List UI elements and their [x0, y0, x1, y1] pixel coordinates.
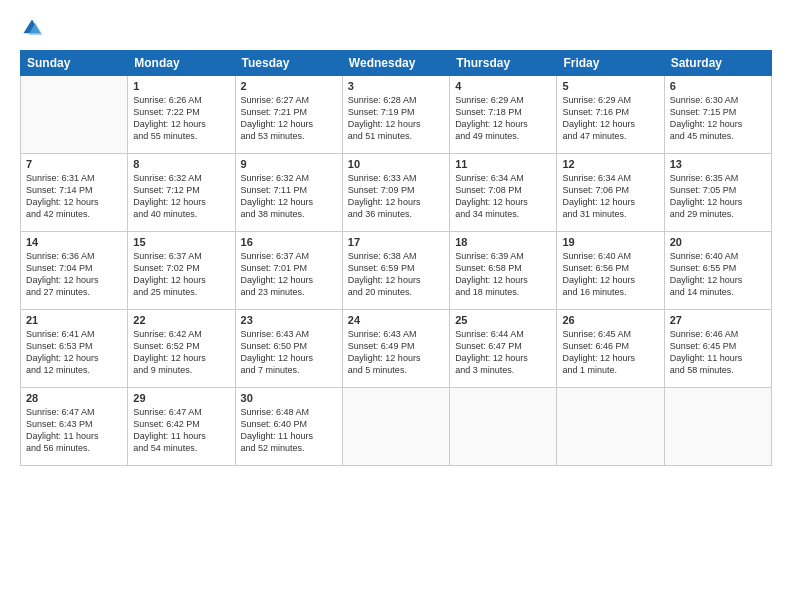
day-number: 6 — [670, 80, 766, 92]
calendar-cell: 1Sunrise: 6:26 AM Sunset: 7:22 PM Daylig… — [128, 76, 235, 154]
day-number: 19 — [562, 236, 658, 248]
calendar-cell: 7Sunrise: 6:31 AM Sunset: 7:14 PM Daylig… — [21, 154, 128, 232]
calendar-cell: 12Sunrise: 6:34 AM Sunset: 7:06 PM Dayli… — [557, 154, 664, 232]
calendar-cell: 2Sunrise: 6:27 AM Sunset: 7:21 PM Daylig… — [235, 76, 342, 154]
day-info: Sunrise: 6:41 AM Sunset: 6:53 PM Dayligh… — [26, 328, 122, 377]
calendar-cell: 13Sunrise: 6:35 AM Sunset: 7:05 PM Dayli… — [664, 154, 771, 232]
calendar-week-row: 28Sunrise: 6:47 AM Sunset: 6:43 PM Dayli… — [21, 388, 772, 466]
calendar-cell — [664, 388, 771, 466]
day-number: 3 — [348, 80, 444, 92]
calendar-cell — [557, 388, 664, 466]
calendar-cell: 19Sunrise: 6:40 AM Sunset: 6:56 PM Dayli… — [557, 232, 664, 310]
day-info: Sunrise: 6:32 AM Sunset: 7:11 PM Dayligh… — [241, 172, 337, 221]
day-number: 28 — [26, 392, 122, 404]
logo — [20, 16, 48, 40]
day-info: Sunrise: 6:36 AM Sunset: 7:04 PM Dayligh… — [26, 250, 122, 299]
day-of-week-header: Sunday — [21, 51, 128, 76]
day-info: Sunrise: 6:37 AM Sunset: 7:02 PM Dayligh… — [133, 250, 229, 299]
calendar-header: SundayMondayTuesdayWednesdayThursdayFrid… — [21, 51, 772, 76]
day-number: 29 — [133, 392, 229, 404]
day-info: Sunrise: 6:40 AM Sunset: 6:56 PM Dayligh… — [562, 250, 658, 299]
day-number: 10 — [348, 158, 444, 170]
calendar-cell: 8Sunrise: 6:32 AM Sunset: 7:12 PM Daylig… — [128, 154, 235, 232]
calendar-cell: 5Sunrise: 6:29 AM Sunset: 7:16 PM Daylig… — [557, 76, 664, 154]
day-info: Sunrise: 6:40 AM Sunset: 6:55 PM Dayligh… — [670, 250, 766, 299]
day-of-week-header: Thursday — [450, 51, 557, 76]
calendar-week-row: 7Sunrise: 6:31 AM Sunset: 7:14 PM Daylig… — [21, 154, 772, 232]
day-info: Sunrise: 6:28 AM Sunset: 7:19 PM Dayligh… — [348, 94, 444, 143]
day-number: 27 — [670, 314, 766, 326]
day-number: 4 — [455, 80, 551, 92]
calendar-cell: 27Sunrise: 6:46 AM Sunset: 6:45 PM Dayli… — [664, 310, 771, 388]
day-info: Sunrise: 6:42 AM Sunset: 6:52 PM Dayligh… — [133, 328, 229, 377]
days-of-week-row: SundayMondayTuesdayWednesdayThursdayFrid… — [21, 51, 772, 76]
day-number: 26 — [562, 314, 658, 326]
page: SundayMondayTuesdayWednesdayThursdayFrid… — [0, 0, 792, 612]
day-info: Sunrise: 6:46 AM Sunset: 6:45 PM Dayligh… — [670, 328, 766, 377]
calendar-cell: 3Sunrise: 6:28 AM Sunset: 7:19 PM Daylig… — [342, 76, 449, 154]
day-number: 1 — [133, 80, 229, 92]
day-info: Sunrise: 6:29 AM Sunset: 7:18 PM Dayligh… — [455, 94, 551, 143]
day-number: 5 — [562, 80, 658, 92]
calendar-cell: 23Sunrise: 6:43 AM Sunset: 6:50 PM Dayli… — [235, 310, 342, 388]
calendar-cell: 15Sunrise: 6:37 AM Sunset: 7:02 PM Dayli… — [128, 232, 235, 310]
calendar-cell: 11Sunrise: 6:34 AM Sunset: 7:08 PM Dayli… — [450, 154, 557, 232]
day-number: 17 — [348, 236, 444, 248]
day-info: Sunrise: 6:44 AM Sunset: 6:47 PM Dayligh… — [455, 328, 551, 377]
day-number: 8 — [133, 158, 229, 170]
day-info: Sunrise: 6:37 AM Sunset: 7:01 PM Dayligh… — [241, 250, 337, 299]
day-number: 18 — [455, 236, 551, 248]
calendar-cell: 24Sunrise: 6:43 AM Sunset: 6:49 PM Dayli… — [342, 310, 449, 388]
calendar-cell: 20Sunrise: 6:40 AM Sunset: 6:55 PM Dayli… — [664, 232, 771, 310]
logo-icon — [20, 16, 44, 40]
calendar-cell — [342, 388, 449, 466]
day-number: 16 — [241, 236, 337, 248]
calendar-week-row: 1Sunrise: 6:26 AM Sunset: 7:22 PM Daylig… — [21, 76, 772, 154]
day-info: Sunrise: 6:30 AM Sunset: 7:15 PM Dayligh… — [670, 94, 766, 143]
day-info: Sunrise: 6:43 AM Sunset: 6:50 PM Dayligh… — [241, 328, 337, 377]
day-number: 13 — [670, 158, 766, 170]
calendar-week-row: 21Sunrise: 6:41 AM Sunset: 6:53 PM Dayli… — [21, 310, 772, 388]
header — [20, 16, 772, 40]
day-info: Sunrise: 6:29 AM Sunset: 7:16 PM Dayligh… — [562, 94, 658, 143]
day-number: 9 — [241, 158, 337, 170]
day-info: Sunrise: 6:32 AM Sunset: 7:12 PM Dayligh… — [133, 172, 229, 221]
calendar-cell: 9Sunrise: 6:32 AM Sunset: 7:11 PM Daylig… — [235, 154, 342, 232]
day-info: Sunrise: 6:47 AM Sunset: 6:42 PM Dayligh… — [133, 406, 229, 455]
day-info: Sunrise: 6:26 AM Sunset: 7:22 PM Dayligh… — [133, 94, 229, 143]
day-info: Sunrise: 6:45 AM Sunset: 6:46 PM Dayligh… — [562, 328, 658, 377]
calendar-cell: 4Sunrise: 6:29 AM Sunset: 7:18 PM Daylig… — [450, 76, 557, 154]
day-info: Sunrise: 6:38 AM Sunset: 6:59 PM Dayligh… — [348, 250, 444, 299]
day-info: Sunrise: 6:39 AM Sunset: 6:58 PM Dayligh… — [455, 250, 551, 299]
calendar-table: SundayMondayTuesdayWednesdayThursdayFrid… — [20, 50, 772, 466]
calendar-cell: 16Sunrise: 6:37 AM Sunset: 7:01 PM Dayli… — [235, 232, 342, 310]
day-number: 30 — [241, 392, 337, 404]
calendar-cell — [450, 388, 557, 466]
calendar-cell: 10Sunrise: 6:33 AM Sunset: 7:09 PM Dayli… — [342, 154, 449, 232]
calendar-week-row: 14Sunrise: 6:36 AM Sunset: 7:04 PM Dayli… — [21, 232, 772, 310]
day-of-week-header: Saturday — [664, 51, 771, 76]
day-number: 23 — [241, 314, 337, 326]
day-info: Sunrise: 6:27 AM Sunset: 7:21 PM Dayligh… — [241, 94, 337, 143]
day-info: Sunrise: 6:33 AM Sunset: 7:09 PM Dayligh… — [348, 172, 444, 221]
calendar-cell: 17Sunrise: 6:38 AM Sunset: 6:59 PM Dayli… — [342, 232, 449, 310]
day-info: Sunrise: 6:35 AM Sunset: 7:05 PM Dayligh… — [670, 172, 766, 221]
day-number: 2 — [241, 80, 337, 92]
calendar-cell: 29Sunrise: 6:47 AM Sunset: 6:42 PM Dayli… — [128, 388, 235, 466]
day-info: Sunrise: 6:48 AM Sunset: 6:40 PM Dayligh… — [241, 406, 337, 455]
day-number: 12 — [562, 158, 658, 170]
calendar-cell — [21, 76, 128, 154]
calendar-cell: 21Sunrise: 6:41 AM Sunset: 6:53 PM Dayli… — [21, 310, 128, 388]
day-info: Sunrise: 6:34 AM Sunset: 7:08 PM Dayligh… — [455, 172, 551, 221]
calendar-cell: 25Sunrise: 6:44 AM Sunset: 6:47 PM Dayli… — [450, 310, 557, 388]
calendar-body: 1Sunrise: 6:26 AM Sunset: 7:22 PM Daylig… — [21, 76, 772, 466]
calendar-cell: 30Sunrise: 6:48 AM Sunset: 6:40 PM Dayli… — [235, 388, 342, 466]
day-number: 21 — [26, 314, 122, 326]
day-number: 20 — [670, 236, 766, 248]
day-number: 15 — [133, 236, 229, 248]
calendar-cell: 14Sunrise: 6:36 AM Sunset: 7:04 PM Dayli… — [21, 232, 128, 310]
day-info: Sunrise: 6:31 AM Sunset: 7:14 PM Dayligh… — [26, 172, 122, 221]
calendar-cell: 26Sunrise: 6:45 AM Sunset: 6:46 PM Dayli… — [557, 310, 664, 388]
day-number: 11 — [455, 158, 551, 170]
calendar-cell: 28Sunrise: 6:47 AM Sunset: 6:43 PM Dayli… — [21, 388, 128, 466]
